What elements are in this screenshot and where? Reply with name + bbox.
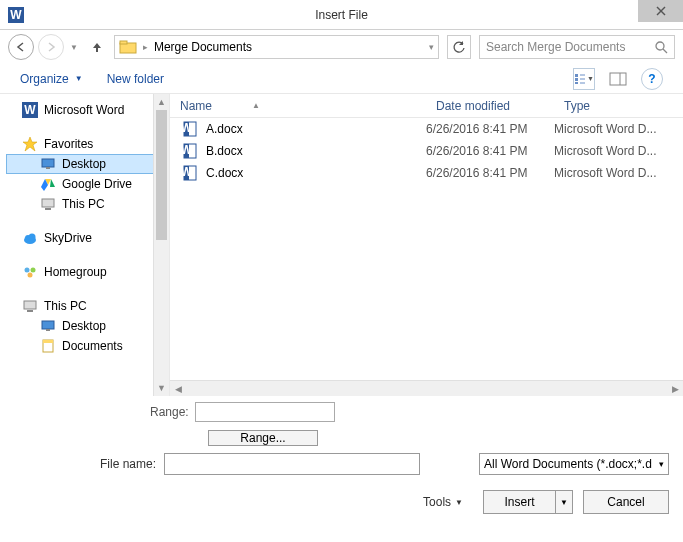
tree-item-desktop[interactable]: Desktop	[6, 154, 169, 174]
filename-input[interactable]	[164, 453, 420, 475]
file-name: A.docx	[206, 122, 243, 136]
worddoc-icon: W	[182, 121, 198, 137]
scroll-up-icon[interactable]: ▲	[154, 94, 169, 110]
svg-rect-19	[42, 159, 54, 167]
chevron-down-icon: ▼	[75, 74, 83, 83]
svg-text:W: W	[182, 143, 193, 157]
nav-tree: WMicrosoft WordFavoritesDesktopGoogle Dr…	[0, 94, 170, 396]
svg-line-7	[663, 49, 667, 53]
forward-button[interactable]	[38, 34, 64, 60]
tree-item-documents[interactable]: Documents	[6, 336, 169, 356]
svg-marker-23	[50, 179, 55, 187]
sidebar-scrollbar[interactable]: ▲ ▼	[153, 94, 169, 396]
svg-marker-18	[23, 137, 37, 151]
tree-item-this-pc[interactable]: This PC	[6, 194, 169, 214]
desktop-icon	[40, 156, 56, 172]
file-row[interactable]: WC.docx6/26/2016 8:41 PMMicrosoft Word D…	[170, 162, 683, 184]
scroll-right-icon[interactable]: ▶	[667, 381, 683, 396]
gdrive-icon	[40, 176, 56, 192]
column-type[interactable]: Type	[554, 99, 683, 113]
view-options-button[interactable]: ▼	[573, 68, 595, 90]
svg-text:W: W	[24, 103, 36, 117]
svg-rect-25	[42, 199, 54, 207]
close-button[interactable]	[638, 0, 683, 22]
file-name: C.docx	[206, 166, 243, 180]
file-type-filter[interactable]: All Word Documents (*.docx;*.d ▾	[479, 453, 669, 475]
star-icon	[22, 136, 38, 152]
worddoc-icon: W	[182, 143, 198, 159]
sort-indicator-icon: ▲	[252, 101, 260, 110]
svg-point-31	[31, 268, 36, 273]
refresh-button[interactable]	[447, 35, 471, 59]
svg-rect-33	[24, 301, 36, 309]
toolbar: Organize ▼ New folder ▼ ?	[0, 64, 683, 94]
file-name: B.docx	[206, 144, 243, 158]
svg-text:W: W	[182, 165, 193, 179]
file-row[interactable]: WB.docx6/26/2016 8:41 PMMicrosoft Word D…	[170, 140, 683, 162]
tree-item-microsoft-word[interactable]: WMicrosoft Word	[6, 100, 169, 120]
svg-rect-20	[46, 167, 50, 169]
address-bar[interactable]: ▸ Merge Documents ▾	[114, 35, 439, 59]
breadcrumb[interactable]: Merge Documents	[154, 40, 252, 54]
pc-icon	[40, 196, 56, 212]
chevron-down-icon: ▼	[455, 498, 463, 507]
svg-rect-5	[120, 41, 127, 44]
file-type: Microsoft Word D...	[554, 122, 683, 136]
column-headers: Name▲ Date modified Type	[170, 94, 683, 118]
scroll-down-icon[interactable]: ▼	[154, 380, 169, 396]
range-input[interactable]	[195, 402, 335, 422]
insert-dropdown-button[interactable]: ▼	[555, 490, 573, 514]
organize-menu[interactable]: Organize ▼	[20, 72, 83, 86]
tree-item-label: Desktop	[62, 157, 106, 171]
preview-pane-button[interactable]	[607, 68, 629, 90]
tree-item-label: Documents	[62, 339, 123, 353]
scroll-left-icon[interactable]: ◀	[170, 381, 186, 396]
chevron-down-icon: ▾	[659, 459, 664, 469]
back-button[interactable]	[8, 34, 34, 60]
search-input[interactable]: Search Merge Documents	[479, 35, 675, 59]
tree-item-desktop[interactable]: Desktop	[6, 316, 169, 336]
svg-point-6	[656, 42, 664, 50]
file-row[interactable]: WA.docx6/26/2016 8:41 PMMicrosoft Word D…	[170, 118, 683, 140]
pc-icon	[22, 298, 38, 314]
tree-item-google-drive[interactable]: Google Drive	[6, 174, 169, 194]
file-date: 6/26/2016 8:41 PM	[426, 122, 554, 136]
breadcrumb-sep-icon: ▸	[143, 42, 148, 52]
svg-rect-35	[42, 321, 54, 329]
svg-point-30	[25, 268, 30, 273]
tree-item-label: This PC	[44, 299, 87, 313]
help-button[interactable]: ?	[641, 68, 663, 90]
history-dropdown-icon[interactable]: ▼	[68, 43, 80, 52]
search-icon	[655, 41, 668, 54]
file-horizontal-scrollbar[interactable]: ◀ ▶	[170, 380, 683, 396]
word-icon: W	[22, 102, 38, 118]
tree-item-label: Homegroup	[44, 265, 107, 279]
column-name[interactable]: Name▲	[170, 99, 426, 113]
file-type: Microsoft Word D...	[554, 144, 683, 158]
svg-rect-26	[45, 208, 51, 210]
address-dropdown-icon[interactable]: ▾	[429, 42, 434, 52]
title-bar: W Insert File	[0, 0, 683, 30]
desktop-icon	[40, 318, 56, 334]
range-section: Range: Range...	[0, 396, 683, 446]
cancel-button[interactable]: Cancel	[583, 490, 669, 514]
range-button[interactable]: Range...	[208, 430, 318, 446]
tree-item-label: This PC	[62, 197, 105, 211]
tree-item-label: Favorites	[44, 137, 93, 151]
column-date[interactable]: Date modified	[426, 99, 554, 113]
up-button[interactable]	[84, 40, 110, 54]
insert-button[interactable]: Insert	[483, 490, 555, 514]
folder-icon	[119, 39, 137, 55]
tree-item-label: Desktop	[62, 319, 106, 333]
tree-item-skydrive[interactable]: SkyDrive	[6, 228, 169, 248]
svg-point-32	[28, 273, 33, 278]
tools-menu[interactable]: Tools ▼	[423, 495, 463, 509]
tree-item-favorites[interactable]: Favorites	[6, 134, 169, 154]
tree-item-label: SkyDrive	[44, 231, 92, 245]
scroll-thumb[interactable]	[156, 110, 167, 240]
svg-text:W: W	[10, 8, 22, 22]
new-folder-button[interactable]: New folder	[107, 72, 164, 86]
tree-item-this-pc[interactable]: This PC	[6, 296, 169, 316]
docs-icon	[40, 338, 56, 354]
tree-item-homegroup[interactable]: Homegroup	[6, 262, 169, 282]
